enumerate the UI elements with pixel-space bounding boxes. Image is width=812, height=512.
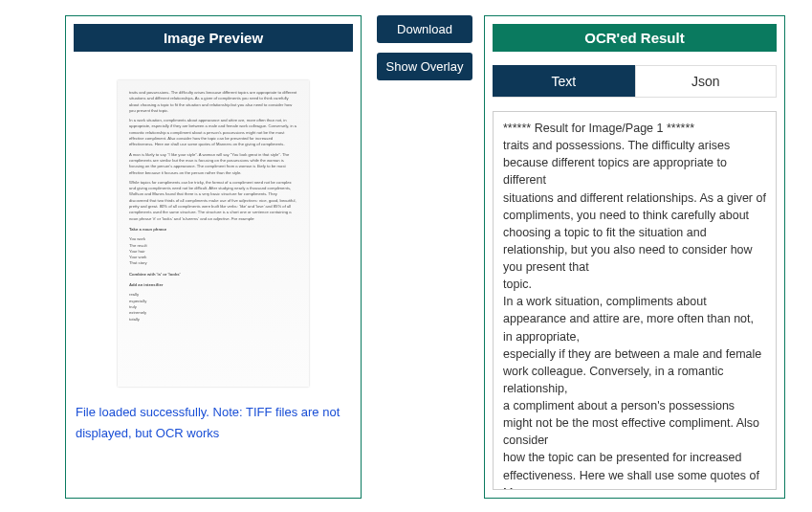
tab-json[interactable]: Json	[635, 65, 778, 97]
download-button[interactable]: Download	[377, 15, 472, 43]
show-overlay-button[interactable]: Show Overlay	[377, 53, 472, 80]
ocr-result-header: OCR'ed Result	[493, 24, 777, 52]
document-preview-thumbnail: traits and possessions. The difficulty a…	[118, 80, 309, 387]
image-preview-header: Image Preview	[74, 24, 353, 52]
action-buttons-column: Download Show Overlay	[377, 15, 472, 90]
image-preview-panel: Image Preview traits and possessions. Th…	[65, 15, 362, 499]
ocr-result-panel: OCR'ed Result Text Json ****** Result fo…	[484, 15, 785, 499]
result-tabs: Text Json	[493, 65, 777, 98]
tab-text[interactable]: Text	[493, 65, 635, 97]
ocr-text-output[interactable]: ****** Result for Image/Page 1 ****** tr…	[493, 111, 777, 490]
file-status-message: File loaded successfully. Note: TIFF fil…	[74, 396, 353, 448]
